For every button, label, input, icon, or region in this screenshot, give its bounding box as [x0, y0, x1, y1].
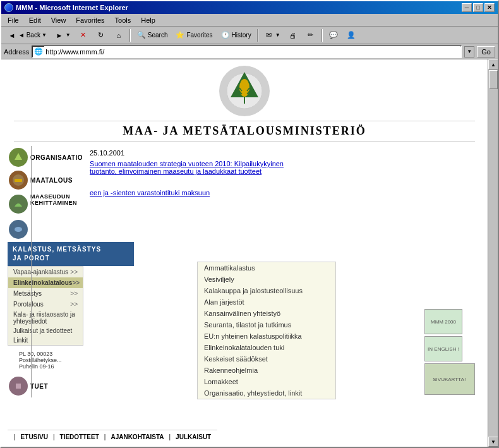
address-dropdown[interactable]: ▼: [464, 46, 474, 58]
address-line3: Puhelin 09-16: [19, 363, 78, 370]
footer-tiedotteet[interactable]: TIEDOTTEET: [60, 433, 99, 440]
img-english[interactable]: IN ENGLISH !: [424, 336, 462, 361]
favorites-label: Favorites: [186, 32, 212, 39]
site-header: MAA- JA METSÄTALOUSMINISTERIÖ: [1, 59, 488, 146]
search-icon: 🔍: [136, 30, 147, 40]
favorites-button[interactable]: ⭐ Favorites: [172, 28, 215, 42]
content-area: MAA- JA METSÄTALOUSMINISTERIÖ: [1, 59, 498, 447]
kalastus-section: KALASTUS, METSÄSTYSJA POROT Vapaa-ajanka…: [8, 218, 83, 346]
address-line1: PL 30, 00023: [19, 351, 78, 357]
submenu-seuranta[interactable]: Seuranta, tilastot ja tutkimus: [198, 319, 335, 330]
menu-view[interactable]: View: [47, 16, 70, 25]
img-mmm2000[interactable]: MMM 2000: [424, 309, 462, 334]
kalastus-sub-linkit[interactable]: Linkit: [8, 336, 83, 345]
search-button[interactable]: 🔍 Search: [133, 28, 171, 42]
kalastus-sub-metsastys[interactable]: Metsästys >>: [8, 288, 83, 299]
nav-circle-maaseudun: [9, 195, 28, 214]
nav-label-organisaatio: ORGANISAATIO: [30, 154, 83, 161]
footer-ajankohtaista[interactable]: AJANKOHTAISTA: [111, 433, 164, 440]
toolbar-separator-2: [257, 29, 258, 42]
nav-circle-tuet: [9, 377, 28, 396]
discuss-button[interactable]: 💬: [325, 28, 342, 42]
submenu-lomakkeet[interactable]: Lomakkeet: [198, 376, 335, 387]
scroll-thumb[interactable]: [489, 70, 498, 89]
nav-item-maatalous[interactable]: MAATALOUS: [8, 169, 83, 191]
window-title: MMM - Microsoft Internet Explorer: [16, 4, 128, 11]
submenu-overlay: Ammattikalastus Vesiviljely Kalakauppa j…: [197, 262, 336, 399]
kalastus-sub-julkaisut[interactable]: Julkaisut ja tiedotteet: [8, 326, 83, 336]
kalastus-menu-header: KALASTUS, METSÄSTYSJA POROT: [8, 242, 134, 266]
page-content: MAA- JA METSÄTALOUSMINISTERIÖ: [1, 59, 488, 447]
submenu-kansainvalinen[interactable]: Kansainvälinen yhteistyö: [198, 308, 335, 319]
kalastus-submenu: Vapaa-ajankalastus >> Elinkeinokalatalou…: [8, 266, 83, 346]
forward-button[interactable]: ► ▼: [51, 28, 74, 42]
footer-sep1: |: [53, 433, 55, 440]
submenu-ammattikalastus[interactable]: Ammattikalastus: [198, 262, 335, 274]
address-input[interactable]: [44, 46, 460, 58]
close-button[interactable]: ✕: [484, 3, 495, 12]
kalastus-sub-vapaa-label: Vapaa-ajankalastus: [13, 269, 68, 275]
toolbar-separator-1: [129, 29, 131, 42]
menu-file[interactable]: File: [4, 16, 23, 25]
nav-item-kalastus[interactable]: [8, 218, 83, 241]
news-link[interactable]: Suomen maatalouden strategia vuoteen 201…: [90, 160, 475, 175]
kalastus-sub-metsastys-arrow: >>: [70, 290, 78, 297]
kalastus-sub-porotalous[interactable]: Porotalous >>: [8, 299, 83, 310]
messenger-button[interactable]: 👤: [343, 28, 359, 42]
nav-item-tuet[interactable]: TUET: [8, 375, 83, 397]
maximize-button[interactable]: □: [473, 3, 483, 12]
footer-etusivu[interactable]: ETUSIVU: [21, 433, 48, 440]
kalastus-sub-elinkeino[interactable]: Elinkeinokalatalous >>: [8, 277, 83, 288]
back-button[interactable]: ◄ ◄ Back ▼: [4, 28, 50, 42]
ie-icon: [4, 3, 13, 12]
img-sivukartta[interactable]: SIVUKARTTA !: [424, 363, 475, 395]
menu-help[interactable]: Help: [137, 16, 159, 25]
history-button[interactable]: 🕐 History: [217, 28, 255, 42]
back-icon: ◄: [7, 30, 17, 40]
kalastus-sub-kala-riista[interactable]: Kala- ja riistaosasto ja yhteystiedot: [8, 310, 83, 326]
go-button[interactable]: Go: [477, 46, 495, 58]
submenu-keskeiset[interactable]: Keskeiset säädökset: [198, 353, 335, 365]
refresh-button[interactable]: ↻: [93, 28, 109, 42]
nav-label-maaseudun: MAASEUDUNKEHITTÄMINEN: [30, 193, 77, 206]
toolbar: ◄ ◄ Back ▼ ► ▼ ✕ ↻ ⌂ 🔍 Search ⭐ Favorite…: [1, 27, 498, 44]
menu-tools[interactable]: Tools: [111, 16, 135, 25]
nav-label-maatalous: MAATALOUS: [30, 177, 73, 184]
stop-button[interactable]: ✕: [75, 28, 92, 42]
address-label: Address: [4, 48, 29, 56]
menu-bar: File Edit View Favorites Tools Help: [1, 14, 498, 27]
minimize-button[interactable]: ─: [462, 3, 472, 12]
submenu-vesiviljely[interactable]: Vesiviljely: [198, 274, 335, 285]
edit-button[interactable]: ✏: [303, 28, 319, 42]
page-icon: 🌐: [33, 47, 44, 56]
nav-item-maaseudun[interactable]: MAASEUDUNKEHITTÄMINEN: [8, 191, 83, 215]
menu-edit[interactable]: Edit: [25, 16, 45, 25]
submenu-rakenneohjelmia[interactable]: Rakenneohjelmia: [198, 365, 335, 376]
scroll-down-button[interactable]: ▼: [488, 437, 498, 447]
scroll-track[interactable]: [488, 70, 498, 437]
footer-julkaisut[interactable]: JULKAISUT: [176, 433, 211, 440]
submenu-organisaatio[interactable]: Organisaatio, yhteystiedot, linkit: [198, 387, 335, 399]
messenger-icon: 👤: [346, 30, 356, 40]
logo-svg: [225, 69, 263, 113]
mail-button[interactable]: ✉ ▼: [261, 28, 284, 42]
svg-point-14: [15, 227, 22, 232]
left-nav: ORGANISAATIO MAATALOUS: [8, 146, 83, 397]
svg-rect-11: [15, 179, 22, 182]
submenu-alan-jarjestot[interactable]: Alan järjestöt: [198, 296, 335, 308]
home-button[interactable]: ⌂: [111, 28, 127, 42]
svg-point-2: [239, 79, 250, 97]
sub-link[interactable]: een ja -sienten varastointituki maksuun: [90, 189, 210, 197]
edit-icon: ✏: [306, 30, 316, 40]
menu-favorites[interactable]: Favorites: [72, 16, 108, 25]
print-button[interactable]: 🖨: [285, 28, 301, 42]
nav-item-organisaatio[interactable]: ORGANISAATIO: [8, 146, 83, 169]
kalastus-sub-vapaa[interactable]: Vapaa-ajankalastus >>: [8, 267, 83, 277]
scroll-up-button[interactable]: ▲: [488, 59, 498, 70]
nav-vertical-line: [31, 146, 32, 397]
kalastus-sub-elinkeino-arrow: >>: [72, 279, 80, 286]
submenu-eun-yhteinen[interactable]: EU:n yhteinen kalastuspolitiikka: [198, 330, 335, 342]
kalastus-sub-metsastys-label: Metsästys: [13, 290, 42, 297]
submenu-elinkeinokalatalouden[interactable]: Elinkeinokalatalouden tuki: [198, 342, 335, 353]
submenu-kalakauppa[interactable]: Kalakauppa ja jalostusteollisuus: [198, 285, 335, 296]
